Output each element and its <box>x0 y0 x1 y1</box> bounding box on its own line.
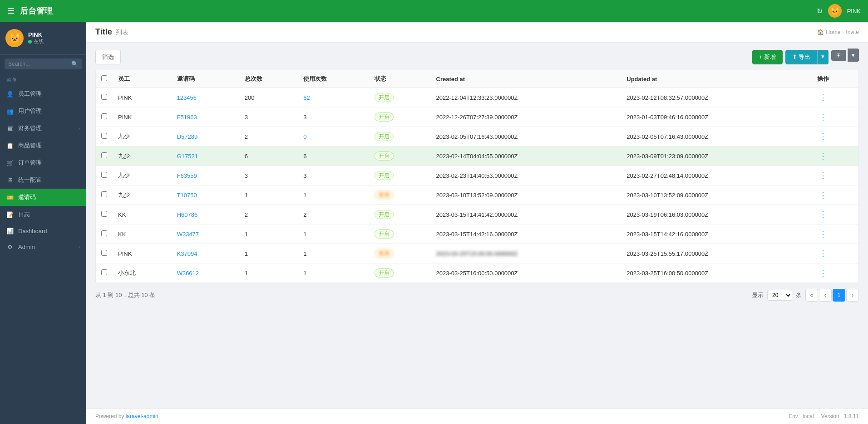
sidebar-search-wrap: 🔍 <box>0 55 86 73</box>
row-checkbox[interactable] <box>101 152 107 158</box>
export-split-button: ⬆ 导出 ▾ <box>785 50 829 64</box>
view-button[interactable]: ⊞ <box>831 50 846 61</box>
cell-status: 禁用 <box>369 185 431 205</box>
table-row: PINKK3709411禁用2023-03-25T15:00:00.000000… <box>96 244 858 263</box>
sidebar-item-config[interactable]: 🖥 统一配置 <box>0 171 86 189</box>
row-checkbox[interactable] <box>101 269 107 275</box>
view-caret[interactable]: ▾ <box>848 49 859 62</box>
orders-icon: 🛒 <box>6 160 14 166</box>
content-body: 筛选 + 新增 ⬆ 导出 ▾ ⊞ ▾ <box>86 43 868 408</box>
row-action-button[interactable]: ⋮ <box>817 171 829 180</box>
cell-total: 200 <box>239 88 298 107</box>
sidebar-item-finance[interactable]: 🏛 财务管理 › <box>0 120 86 137</box>
data-table: 员工 邀请码 总次数 使用次数 状态 Created at Updated at… <box>96 70 858 283</box>
row-action-button[interactable]: ⋮ <box>817 190 829 200</box>
row-action-button[interactable]: ⋮ <box>817 229 829 239</box>
sidebar-item-label: 财务管理 <box>18 124 74 132</box>
staff-icon: 👤 <box>6 91 14 97</box>
next-page-button[interactable]: › <box>846 289 859 302</box>
filter-button[interactable]: 筛选 <box>95 50 121 64</box>
sidebar-item-label: 邀请码 <box>18 193 80 201</box>
row-action-button[interactable]: ⋮ <box>817 210 829 219</box>
row-checkbox[interactable] <box>101 113 107 119</box>
row-action-button[interactable]: ⋮ <box>817 151 829 161</box>
row-action-button[interactable]: ⋮ <box>817 132 829 141</box>
cell-employee: 九少 <box>113 127 172 146</box>
row-action-button[interactable]: ⋮ <box>817 249 829 258</box>
user-name-nav: PINK <box>847 8 861 15</box>
add-button[interactable]: + 新增 <box>752 50 783 64</box>
cell-created-at: 2023-02-05T07:16:43.000000Z <box>431 127 621 146</box>
prev-prev-page-button[interactable]: « <box>805 289 818 302</box>
user-avatar-nav[interactable]: 🐱 <box>828 4 842 18</box>
sidebar-status: 在线 <box>28 38 44 45</box>
row-action-button[interactable]: ⋮ <box>817 93 829 102</box>
sidebar-search-input[interactable] <box>5 58 82 69</box>
sidebar-item-invite[interactable]: 🎫 邀请码 <box>0 189 86 206</box>
row-checkbox[interactable] <box>101 250 107 256</box>
cell-employee: 九少 <box>113 166 172 185</box>
row-checkbox[interactable] <box>101 211 107 217</box>
refresh-icon[interactable]: ↻ <box>817 7 823 15</box>
search-icon: 🔍 <box>71 61 78 67</box>
cell-action: ⋮ <box>812 224 858 244</box>
footer-link[interactable]: laravel-admin <box>126 413 158 419</box>
cell-employee: KK <box>113 224 172 244</box>
table-row: 九少G1752166开启2023-02-14T04:04:55.000000Z2… <box>96 146 858 166</box>
cell-status: 开启 <box>369 205 431 224</box>
cell-status: 开启 <box>369 146 431 166</box>
sidebar-item-users[interactable]: 👥 用户管理 <box>0 102 86 120</box>
chevron-icon: › <box>79 244 80 249</box>
cell-employee: PINK <box>113 88 172 107</box>
users-icon: 👥 <box>6 108 14 115</box>
sidebar-item-staff[interactable]: 👤 员工管理 <box>0 85 86 102</box>
pagination-bar: 从 1 到 10，总共 10 条 显示 10 20 50 100 条 « ‹ <box>95 283 859 303</box>
chevron-icon: › <box>79 126 80 131</box>
sidebar-item-logs[interactable]: 📝 日志 <box>0 206 86 223</box>
sidebar-item-admin[interactable]: ⚙ Admin › <box>0 239 86 255</box>
cell-updated-at: 2023-03-25T16:00:50.000000Z <box>621 263 812 283</box>
row-action-button[interactable]: ⋮ <box>817 268 829 278</box>
table-row: 九少F6355933开启2023-02-23T14:40:53.000000Z2… <box>96 166 858 185</box>
sidebar: 🐱 PINK 在线 🔍 菜单 👤 员工管理 <box>0 22 86 424</box>
row-checkbox[interactable] <box>101 133 107 139</box>
row-checkbox[interactable] <box>101 230 107 236</box>
cell-created-at: 2022-12-04T12:33:23.000000Z <box>431 88 621 107</box>
row-checkbox[interactable] <box>101 94 107 100</box>
row-action-button[interactable]: ⋮ <box>817 112 829 122</box>
cell-updated-at: 2023-03-15T14:42:16.000000Z <box>621 224 812 244</box>
export-button[interactable]: ⬆ 导出 <box>785 50 818 64</box>
sidebar-item-dashboard[interactable]: 📊 Dashboard <box>0 223 86 239</box>
sidebar-user: 🐱 PINK 在线 <box>0 22 86 55</box>
select-all-checkbox[interactable] <box>101 75 107 81</box>
prev-page-button[interactable]: ‹ <box>819 289 832 302</box>
config-icon: 🖥 <box>6 177 14 184</box>
sidebar-item-goods[interactable]: 📋 商品管理 <box>0 137 86 154</box>
cell-created-at: 2022-12-26T07:27:39.000000Z <box>431 107 621 127</box>
page-subtitle: 列表 <box>116 29 128 37</box>
col-total: 总次数 <box>239 70 298 88</box>
status-badge: 开启 <box>375 151 394 161</box>
cell-total: 1 <box>239 224 298 244</box>
table-row: KKW3347711开启2023-03-15T14:42:16.000000Z2… <box>96 224 858 244</box>
hamburger-icon[interactable]: ☰ <box>7 6 15 16</box>
cell-status: 开启 <box>369 166 431 185</box>
export-caret[interactable]: ▾ <box>817 50 829 64</box>
search-wrap: 🔍 <box>5 58 82 69</box>
cell-updated-at: 2023-02-27T02:48:14.000000Z <box>621 166 812 185</box>
cell-created-at: 2023-03-15T14:42:16.000000Z <box>431 224 621 244</box>
sidebar-item-label: Admin <box>18 244 74 250</box>
cell-updated-at: 2023-03-25T15:55:17.000000Z <box>621 244 812 263</box>
dashboard-icon: 📊 <box>6 228 14 234</box>
page-size-select[interactable]: 10 20 50 100 <box>767 290 792 301</box>
breadcrumb-home[interactable]: Home <box>826 29 840 35</box>
cell-employee: 小东北 <box>113 263 172 283</box>
row-checkbox[interactable] <box>101 172 107 178</box>
page-1-button[interactable]: 1 <box>833 289 845 302</box>
row-checkbox[interactable] <box>101 191 107 197</box>
table-row: PINKF5196333开启2022-12-26T07:27:39.000000… <box>96 107 858 127</box>
display-label: 显示 <box>752 291 764 299</box>
sidebar-item-orders[interactable]: 🛒 订单管理 <box>0 154 86 171</box>
toolbar-right: + 新增 ⬆ 导出 ▾ ⊞ ▾ <box>752 50 859 64</box>
cell-status: 禁用 <box>369 244 431 263</box>
